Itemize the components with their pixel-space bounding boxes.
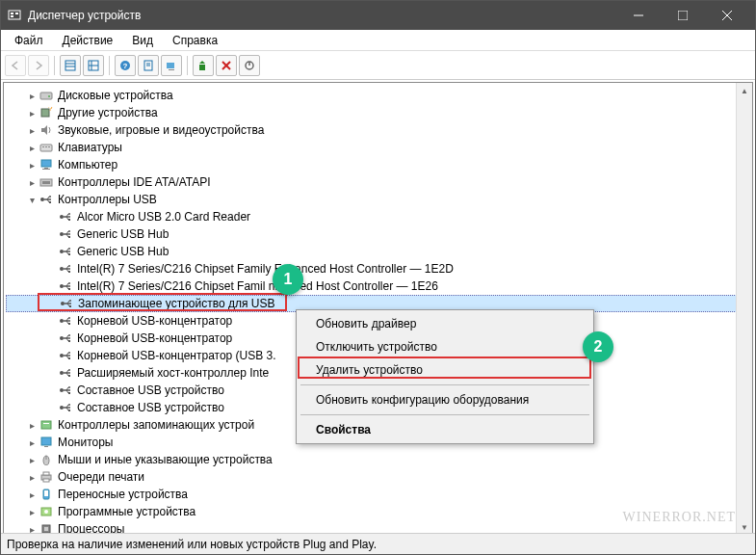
tree-item-label: Контроллеры USB bbox=[58, 193, 157, 206]
ctx-properties[interactable]: Свойства bbox=[299, 418, 591, 441]
minimize-button[interactable] bbox=[616, 1, 661, 30]
svg-rect-5 bbox=[678, 11, 688, 20]
svg-rect-78 bbox=[68, 357, 70, 359]
view-list-button[interactable] bbox=[60, 55, 81, 76]
tree-item-label: Alcor Micro USB 2.0 Card Reader bbox=[77, 210, 250, 224]
tree-item[interactable]: ▸Мыши и иные указывающие устройства bbox=[6, 451, 750, 468]
tree-item[interactable]: Intel(R) 7 Series/C216 Chipset Family En… bbox=[6, 260, 750, 278]
expand-toggle-icon[interactable]: ▸ bbox=[25, 108, 39, 119]
svg-rect-66 bbox=[69, 305, 71, 307]
software-icon bbox=[39, 505, 54, 518]
ctx-refresh-config[interactable]: Обновить конфигурацию оборудования bbox=[299, 388, 591, 411]
svg-point-53 bbox=[68, 248, 70, 250]
scrollbar[interactable]: ▲ ▼ bbox=[736, 83, 752, 536]
svg-rect-50 bbox=[68, 236, 70, 238]
tree-item[interactable]: Intel(R) 7 Series/C216 Chipset Famil nha… bbox=[6, 278, 750, 295]
tree-item[interactable]: Alcor Micro USB 2.0 Card Reader bbox=[6, 208, 750, 225]
tree-item[interactable]: ▸Переносные устройства bbox=[6, 486, 750, 503]
help-button[interactable]: ? bbox=[115, 55, 136, 76]
svg-rect-46 bbox=[68, 219, 70, 221]
svg-rect-35 bbox=[44, 168, 48, 169]
ctx-update-driver[interactable]: Обновить драйвер bbox=[299, 312, 591, 335]
menu-action[interactable]: Действие bbox=[53, 32, 123, 49]
close-button[interactable] bbox=[705, 1, 749, 30]
tree-item[interactable]: Generic USB Hub bbox=[6, 225, 750, 243]
expand-toggle-icon[interactable]: ▸ bbox=[25, 125, 39, 136]
audio-icon bbox=[39, 123, 54, 137]
scroll-up-icon[interactable]: ▲ bbox=[737, 83, 752, 99]
update-driver-button[interactable] bbox=[193, 55, 214, 76]
tree-item[interactable]: ▸Компьютер bbox=[6, 156, 750, 173]
expand-toggle-icon[interactable]: ▸ bbox=[25, 420, 39, 431]
status-text: Проверка на наличие изменений или новых … bbox=[7, 538, 377, 551]
tree-item-label: Корневой USB-концентратор (USB 3. bbox=[77, 349, 276, 362]
svg-point-85 bbox=[68, 386, 70, 388]
expand-toggle-icon[interactable]: ▸ bbox=[25, 489, 39, 500]
svg-point-41 bbox=[49, 196, 51, 198]
svg-point-79 bbox=[60, 371, 64, 375]
menu-help[interactable]: Справка bbox=[163, 32, 227, 49]
svg-point-73 bbox=[68, 334, 70, 336]
svg-point-67 bbox=[60, 319, 64, 323]
usb-icon bbox=[58, 314, 73, 328]
annotation-badge-2: 2 bbox=[583, 331, 613, 362]
svg-rect-92 bbox=[43, 423, 49, 424]
expand-toggle-icon[interactable]: ▸ bbox=[25, 160, 39, 171]
tree-item[interactable]: ▸Клавиатуры bbox=[6, 139, 750, 156]
svg-point-27 bbox=[48, 95, 50, 97]
expand-toggle-icon[interactable]: ▸ bbox=[25, 472, 39, 483]
usb-icon bbox=[58, 349, 73, 362]
view-tree-button[interactable] bbox=[83, 55, 104, 76]
disable-button[interactable] bbox=[239, 55, 260, 76]
svg-point-55 bbox=[60, 267, 64, 271]
svg-rect-0 bbox=[9, 11, 20, 19]
tree-item-label: Составное USB устройство bbox=[77, 401, 224, 414]
tree-item-label: Очереди печати bbox=[58, 470, 144, 484]
usb-icon bbox=[58, 279, 73, 293]
svg-point-63 bbox=[61, 302, 65, 305]
usb-icon bbox=[58, 331, 73, 345]
drive-icon bbox=[39, 89, 54, 102]
usb-icon bbox=[58, 262, 73, 276]
svg-rect-20 bbox=[169, 69, 174, 70]
tree-item-label: Контроллеры запоминающих устрой bbox=[58, 418, 254, 432]
svg-point-43 bbox=[60, 215, 64, 219]
menu-file[interactable]: Файл bbox=[5, 32, 53, 49]
menu-view[interactable]: Вид bbox=[122, 32, 163, 49]
svg-rect-93 bbox=[41, 437, 51, 445]
tree-item[interactable]: ▸Звуковые, игровые и видеоустройства bbox=[6, 121, 750, 139]
expand-toggle-icon[interactable]: ▸ bbox=[25, 143, 39, 153]
expand-toggle-icon[interactable]: ▸ bbox=[25, 455, 39, 465]
expand-toggle-icon[interactable]: ▸ bbox=[25, 91, 39, 101]
ctx-disable-device[interactable]: Отключить устройство bbox=[299, 335, 591, 358]
properties-button[interactable] bbox=[138, 55, 159, 76]
tree-item-label: Мыши и иные указывающие устройства bbox=[58, 453, 273, 466]
tree-item-label: Мониторы bbox=[58, 436, 113, 449]
svg-rect-54 bbox=[68, 253, 70, 255]
tree-item[interactable]: ▸Контроллеры IDE ATA/ATAPI bbox=[6, 173, 750, 191]
maximize-button[interactable] bbox=[661, 1, 705, 30]
expand-toggle-icon[interactable]: ▸ bbox=[25, 507, 39, 517]
scan-button[interactable] bbox=[161, 55, 182, 76]
tree-item[interactable]: ▾Контроллеры USB bbox=[6, 191, 750, 208]
ctx-remove-device[interactable]: Удалить устройство bbox=[299, 358, 591, 382]
tree-item-label: Переносные устройства bbox=[58, 488, 188, 501]
tree-item-label: Generic USB Hub bbox=[77, 227, 169, 241]
forward-button[interactable] bbox=[28, 55, 49, 76]
tree-item[interactable]: ▸Дисковые устройства bbox=[6, 87, 750, 104]
portable-icon bbox=[39, 488, 54, 501]
expand-toggle-icon[interactable]: ▸ bbox=[25, 177, 39, 188]
svg-point-77 bbox=[68, 352, 70, 354]
tree-item[interactable]: Generic USB Hub bbox=[6, 243, 750, 260]
uninstall-button[interactable] bbox=[216, 55, 237, 76]
expand-toggle-icon[interactable]: ▾ bbox=[25, 195, 39, 205]
monitor-icon bbox=[39, 436, 54, 449]
back-button[interactable] bbox=[5, 55, 26, 76]
tree-item[interactable]: ▸?Другие устройства bbox=[6, 104, 750, 121]
expand-toggle-icon[interactable]: ▸ bbox=[25, 437, 39, 448]
tree-item[interactable]: ▸Очереди печати bbox=[6, 468, 750, 486]
svg-rect-3 bbox=[11, 15, 13, 17]
usb-icon bbox=[58, 210, 73, 224]
svg-rect-30 bbox=[40, 145, 52, 151]
svg-rect-74 bbox=[68, 340, 70, 342]
